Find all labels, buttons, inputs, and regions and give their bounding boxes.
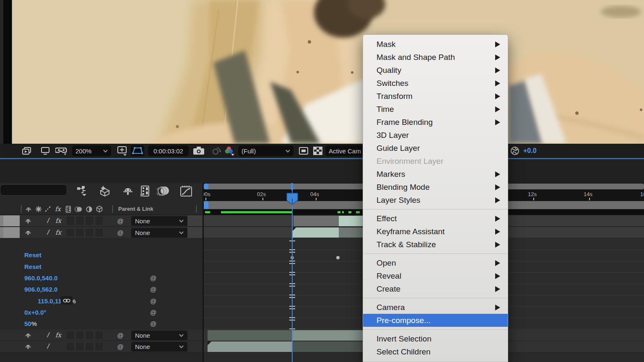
monitor-icon[interactable]: [39, 145, 51, 156]
layer-duration-bar[interactable]: [339, 228, 364, 238]
anchor-point-value[interactable]: 960.0,540.0 @: [24, 274, 57, 282]
layer-color-swatch[interactable]: [0, 215, 20, 226]
transparency-grid-icon[interactable]: [312, 145, 324, 156]
switch-cell[interactable]: [85, 228, 94, 237]
switch-cell[interactable]: [75, 342, 84, 351]
scale-value[interactable]: 115.0,118.9% @: [38, 297, 76, 305]
show-snapshot-icon[interactable]: [210, 145, 222, 156]
menu-item-3d-layer[interactable]: 3D Layer: [363, 129, 508, 142]
switch-cell[interactable]: [85, 216, 94, 225]
switch-cell[interactable]: [95, 342, 104, 351]
quality-toggle[interactable]: /: [44, 217, 53, 225]
pickwhip-icon[interactable]: @: [150, 297, 156, 305]
menu-item-quality[interactable]: Quality: [363, 64, 508, 77]
goggles-icon[interactable]: [55, 145, 67, 156]
frame-blending-icon[interactable]: [138, 185, 153, 197]
shy-layers-icon[interactable]: [121, 185, 135, 197]
menu-item-layer-styles[interactable]: Layer Styles: [363, 194, 508, 207]
magnification-dropdown[interactable]: 200%: [72, 145, 111, 156]
navigator-start-handle[interactable]: [204, 184, 208, 189]
resolution-dropdown[interactable]: (Full): [238, 145, 293, 156]
motion-blur-icon[interactable]: [156, 185, 171, 197]
menu-item-blending-mode[interactable]: Blending Mode: [363, 181, 508, 194]
switch-cell[interactable]: [85, 342, 94, 351]
menu-item-mask[interactable]: Mask: [363, 38, 508, 51]
reset-link[interactable]: Reset: [24, 263, 42, 270]
fx-toggle[interactable]: fx: [54, 217, 63, 225]
composition-name-field[interactable]: [0, 184, 67, 196]
layer-duration-bar[interactable]: [292, 228, 339, 238]
quality-toggle[interactable]: /: [44, 331, 53, 339]
shy-toggle-icon[interactable]: [23, 228, 33, 237]
layer-duration-bar[interactable]: [208, 341, 292, 352]
parent-dropdown[interactable]: None: [131, 216, 187, 226]
rotation-value[interactable]: 0x+0.0° @: [24, 309, 46, 316]
show-channel-icon[interactable]: [223, 145, 235, 156]
menu-item-switches[interactable]: Switches: [363, 77, 508, 90]
parent-dropdown[interactable]: None: [131, 342, 187, 352]
snapshot-camera-icon[interactable]: [193, 145, 205, 156]
layer-duration-bar[interactable]: [339, 216, 364, 226]
playhead-line[interactable]: [292, 190, 293, 362]
fx-toggle[interactable]: fx: [54, 331, 63, 339]
region-of-interest-icon[interactable]: [298, 145, 309, 156]
menu-item-keyframe-assistant[interactable]: Keyframe Assistant: [363, 225, 508, 238]
switch-cell[interactable]: [66, 342, 75, 351]
fx-column-icon[interactable]: fx: [53, 205, 62, 213]
parent-dropdown[interactable]: None: [131, 331, 187, 340]
menu-item-open[interactable]: Open: [363, 256, 508, 269]
switch-cell[interactable]: [66, 216, 75, 225]
layer-duration-bar[interactable]: [292, 330, 364, 341]
menu-item-camera[interactable]: Camera: [363, 301, 508, 314]
pickwhip-icon[interactable]: @: [150, 274, 156, 282]
fx-toggle[interactable]: fx: [54, 228, 63, 237]
menu-item-effect[interactable]: Effect: [363, 212, 508, 225]
switch-cell[interactable]: [95, 228, 104, 237]
menu-item-invert-selection[interactable]: Invert Selection: [363, 332, 508, 345]
parent-pickwhip-icon[interactable]: @: [116, 342, 125, 351]
switch-cell[interactable]: [66, 228, 75, 237]
parent-dropdown[interactable]: None: [131, 228, 187, 238]
switch-cell[interactable]: [75, 216, 84, 225]
switch-cell[interactable]: [85, 331, 94, 340]
reset-link[interactable]: Reset: [24, 251, 42, 259]
menu-item-pre-compose[interactable]: Pre-compose...: [363, 314, 508, 327]
menu-item-reveal[interactable]: Reveal: [363, 269, 508, 282]
comp-mini-flowchart-icon[interactable]: [75, 185, 90, 197]
switch-cell[interactable]: [95, 331, 104, 340]
quality-toggle[interactable]: /: [44, 342, 53, 351]
switch-cell[interactable]: [75, 331, 84, 340]
layer-color-swatch[interactable]: [0, 227, 20, 238]
adjustment-layer-column-icon[interactable]: [84, 205, 93, 213]
pickwhip-icon[interactable]: @: [150, 320, 156, 327]
work-area-start-handle[interactable]: [204, 201, 208, 209]
pickwhip-icon[interactable]: @: [150, 309, 156, 316]
switch-cell[interactable]: [95, 216, 104, 225]
collapse-rasterize-column-icon[interactable]: [34, 205, 43, 213]
quality-column-icon[interactable]: [43, 205, 52, 213]
frame-blend-column-icon[interactable]: [64, 205, 73, 213]
current-time-indicator[interactable]: [286, 193, 299, 205]
shy-column-icon[interactable]: [24, 205, 33, 213]
current-time-field[interactable]: 0:00:03:02: [148, 145, 189, 156]
exposure-value[interactable]: +0.0: [523, 147, 537, 155]
parent-pickwhip-icon[interactable]: @: [116, 217, 125, 225]
menu-item-mask-and-shape-path[interactable]: Mask and Shape Path: [363, 51, 508, 64]
menu-item-time[interactable]: Time: [363, 103, 508, 116]
keyframe-dot[interactable]: [336, 256, 340, 259]
parent-pickwhip-icon[interactable]: @: [116, 331, 125, 339]
position-value[interactable]: 906.0,562.0 @: [24, 286, 57, 293]
layer-duration-bar[interactable]: [208, 330, 292, 341]
3d-layer-column-icon[interactable]: [95, 205, 104, 213]
layer-duration-bar[interactable]: [293, 216, 339, 226]
layer-duration-bar[interactable]: [292, 341, 364, 352]
preview-gallery-icon[interactable]: [21, 145, 33, 156]
menu-item-guide-layer[interactable]: Guide Layer: [363, 142, 508, 155]
shy-toggle-icon[interactable]: [23, 217, 33, 225]
exposure-shutter-icon[interactable]: [509, 145, 521, 156]
shy-toggle-icon[interactable]: [23, 342, 33, 351]
shy-toggle-icon[interactable]: [23, 331, 33, 339]
parent-pickwhip-icon[interactable]: @: [116, 228, 125, 237]
constrain-link-icon[interactable]: [61, 296, 73, 305]
menu-item-markers[interactable]: Markers: [363, 168, 508, 181]
